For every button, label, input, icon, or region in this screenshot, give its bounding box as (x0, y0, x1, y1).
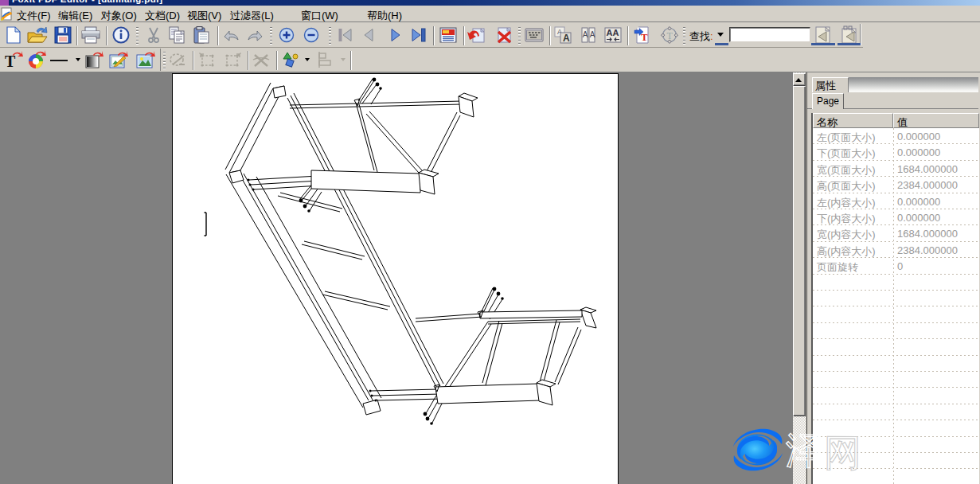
svg-text:A: A (563, 33, 570, 44)
svg-text:T: T (641, 31, 648, 43)
svg-text:A: A (590, 30, 595, 39)
svg-text:T: T (667, 30, 674, 41)
svg-text:AA: AA (607, 28, 619, 37)
svg-text:A: A (583, 30, 588, 39)
svg-text:T: T (5, 53, 16, 70)
